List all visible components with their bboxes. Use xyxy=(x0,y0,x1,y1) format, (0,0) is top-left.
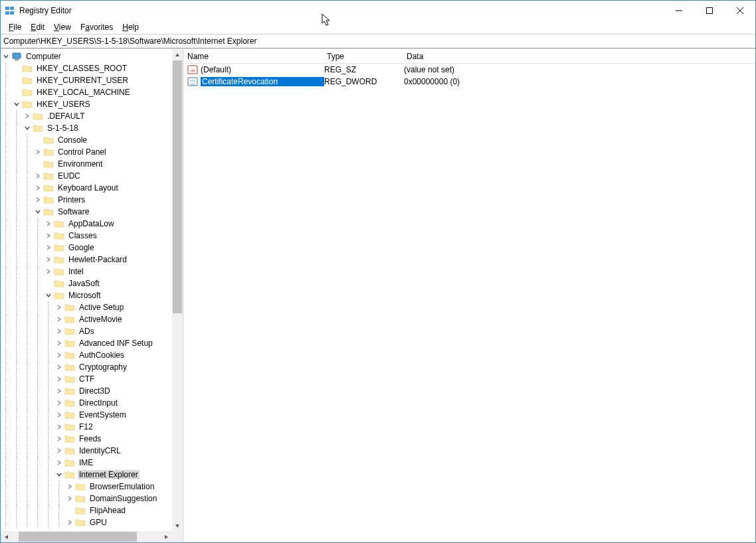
tree-default[interactable]: .DEFAULT xyxy=(1,110,183,122)
hscroll-thumb[interactable] xyxy=(19,532,137,542)
chevron-down-icon[interactable] xyxy=(54,469,64,481)
maximize-button[interactable] xyxy=(694,1,725,21)
tree-vertical-scrollbar[interactable] xyxy=(171,49,183,531)
chevron-right-icon[interactable] xyxy=(54,385,64,397)
tree-internet-explorer[interactable]: Internet Explorer xyxy=(1,469,183,481)
chevron-right-icon[interactable] xyxy=(33,194,43,206)
close-button[interactable] xyxy=(725,1,755,21)
column-data[interactable]: Data xyxy=(403,49,755,64)
tree-flipahead[interactable]: FlipAhead xyxy=(1,504,183,516)
tree-horizontal-scrollbar[interactable] xyxy=(1,531,171,542)
chevron-right-icon[interactable] xyxy=(54,445,64,457)
chevron-right-icon[interactable] xyxy=(64,493,75,504)
chevron-right-icon[interactable] xyxy=(64,516,75,528)
value-row[interactable]: 011110CertificateRevocationREG_DWORD0x00… xyxy=(183,76,755,88)
values-header[interactable]: Name Type Data xyxy=(183,49,755,64)
registry-tree[interactable]: ComputerHKEY_CLASSES_ROOTHKEY_CURRENT_US… xyxy=(1,49,183,528)
chevron-down-icon[interactable] xyxy=(11,98,22,110)
chevron-right-icon[interactable] xyxy=(64,481,75,493)
chevron-right-icon[interactable] xyxy=(54,325,64,337)
tree-hp[interactable]: Hewlett-Packard xyxy=(1,254,183,266)
minimize-button[interactable] xyxy=(664,1,694,21)
tree-directinput[interactable]: DirectInput xyxy=(1,397,183,409)
chevron-down-icon[interactable] xyxy=(33,206,43,218)
scroll-up-button[interactable] xyxy=(172,49,183,60)
chevron-down-icon[interactable] xyxy=(43,289,54,301)
tree-domainsuggestion[interactable]: DomainSuggestion xyxy=(1,493,183,504)
chevron-right-icon[interactable] xyxy=(54,433,64,445)
tree-keyboard[interactable]: Keyboard Layout xyxy=(1,182,183,194)
menu-favorites[interactable]: Favorites xyxy=(76,22,117,33)
menu-edit[interactable]: Edit xyxy=(27,22,48,33)
tree-ime[interactable]: IME xyxy=(1,457,183,469)
value-row[interactable]: ab(Default)REG_SZ(value not set) xyxy=(183,64,755,76)
chevron-right-icon[interactable] xyxy=(54,421,64,433)
tree-controlpanel[interactable]: Control Panel xyxy=(1,146,183,158)
chevron-right-icon[interactable] xyxy=(33,182,43,194)
chevron-right-icon[interactable] xyxy=(43,254,54,266)
tree-authcookies[interactable]: AuthCookies xyxy=(1,349,183,361)
tree-eventsystem[interactable]: EventSystem xyxy=(1,409,183,421)
value-data: (value not set) xyxy=(404,65,454,74)
tree-browseremulation[interactable]: BrowserEmulation xyxy=(1,481,183,493)
tree-f12[interactable]: F12 xyxy=(1,421,183,433)
chevron-right-icon[interactable] xyxy=(54,337,64,349)
tree-gpu[interactable]: GPU xyxy=(1,516,183,528)
tree-eudc[interactable]: EUDC xyxy=(1,170,183,182)
chevron-right-icon[interactable] xyxy=(22,110,33,122)
tree-activemovie[interactable]: ActiveMovie xyxy=(1,313,183,325)
scroll-left-button[interactable] xyxy=(1,531,12,542)
chevron-right-icon[interactable] xyxy=(43,242,54,254)
chevron-right-icon[interactable] xyxy=(43,230,54,242)
tree-ctf[interactable]: CTF xyxy=(1,373,183,385)
tree-root-computer[interactable]: Computer xyxy=(1,50,183,62)
tree-identitycrl[interactable]: IdentityCRL xyxy=(1,445,183,457)
tree-javasoft[interactable]: JavaSoft xyxy=(1,277,183,289)
tree-s1518[interactable]: S-1-5-18 xyxy=(1,122,183,134)
chevron-right-icon[interactable] xyxy=(54,373,64,385)
values-list[interactable]: ab(Default)REG_SZ(value not set)011110Ce… xyxy=(183,64,755,542)
tree-activesetup[interactable]: Active Setup xyxy=(1,301,183,313)
chevron-right-icon[interactable] xyxy=(43,218,54,230)
chevron-right-icon[interactable] xyxy=(54,301,64,313)
tree-classes[interactable]: Classes xyxy=(1,230,183,242)
tree-hkcu[interactable]: HKEY_CURRENT_USER xyxy=(1,74,183,86)
tree-google[interactable]: Google xyxy=(1,242,183,254)
scroll-down-button[interactable] xyxy=(172,520,183,531)
chevron-right-icon[interactable] xyxy=(33,170,43,182)
tree-console[interactable]: Console xyxy=(1,134,183,146)
chevron-right-icon[interactable] xyxy=(54,349,64,361)
tree-hklm[interactable]: HKEY_LOCAL_MACHINE xyxy=(1,86,183,98)
tree-hkcr[interactable]: HKEY_CLASSES_ROOT xyxy=(1,62,183,74)
column-name[interactable]: Name xyxy=(183,49,323,64)
chevron-right-icon[interactable] xyxy=(54,409,64,421)
column-type[interactable]: Type xyxy=(323,49,403,64)
tree-ads[interactable]: ADs xyxy=(1,325,183,337)
folder-icon xyxy=(64,433,75,444)
tree-printers[interactable]: Printers xyxy=(1,194,183,206)
chevron-right-icon[interactable] xyxy=(54,361,64,373)
tree-intel[interactable]: Intel xyxy=(1,266,183,277)
vscroll-thumb[interactable] xyxy=(173,60,182,313)
menu-view[interactable]: View xyxy=(50,22,75,33)
chevron-down-icon[interactable] xyxy=(1,50,11,62)
tree-direct3d[interactable]: Direct3D xyxy=(1,385,183,397)
chevron-right-icon[interactable] xyxy=(43,266,54,277)
tree-hku[interactable]: HKEY_USERS xyxy=(1,98,183,110)
address-bar[interactable]: Computer\HKEY_USERS\S-1-5-18\Software\Mi… xyxy=(1,34,755,48)
chevron-right-icon[interactable] xyxy=(33,146,43,158)
chevron-right-icon[interactable] xyxy=(54,313,64,325)
tree-cryptography[interactable]: Cryptography xyxy=(1,361,183,373)
tree-advinf[interactable]: Advanced INF Setup xyxy=(1,337,183,349)
tree-software[interactable]: Software xyxy=(1,206,183,218)
chevron-right-icon[interactable] xyxy=(54,397,64,409)
tree-environment[interactable]: Environment xyxy=(1,158,183,170)
tree-appdatalow[interactable]: AppDataLow xyxy=(1,218,183,230)
tree-feeds[interactable]: Feeds xyxy=(1,433,183,445)
chevron-down-icon[interactable] xyxy=(22,122,33,134)
menu-file[interactable]: File xyxy=(5,22,25,33)
chevron-right-icon[interactable] xyxy=(54,457,64,469)
scroll-right-button[interactable] xyxy=(160,531,171,542)
tree-microsoft[interactable]: Microsoft xyxy=(1,289,183,301)
menu-help[interactable]: Help xyxy=(118,22,143,33)
